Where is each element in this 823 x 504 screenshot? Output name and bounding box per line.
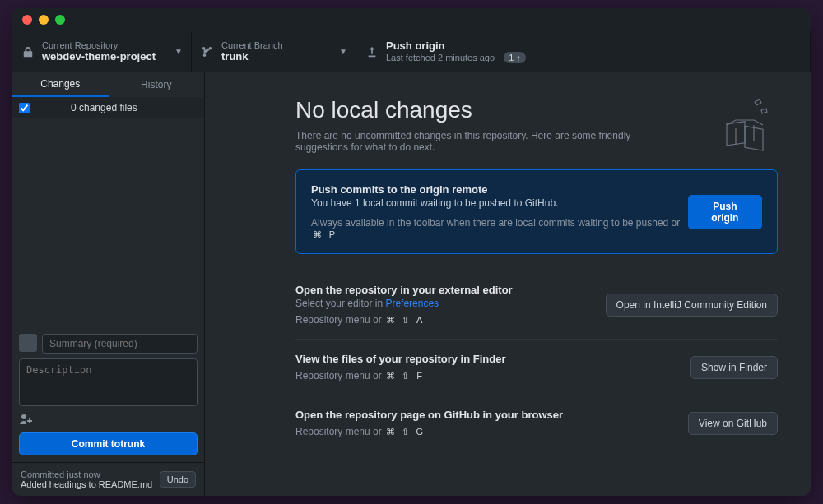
repository-switcher[interactable]: Current Repository webdev-theme-project … [12, 31, 192, 72]
push-card-desc: You have 1 local commit waiting to be pu… [311, 197, 688, 209]
preferences-link[interactable]: Preferences [385, 298, 439, 309]
push-subtitle: Last fetched 2 minutes ago 1↑ [386, 52, 526, 63]
maximize-window-button[interactable] [55, 15, 65, 25]
tab-changes[interactable]: Changes [12, 72, 109, 97]
last-commit-time: Committed just now [21, 469, 100, 479]
view-github-row: Open the repository page on GitHub in yo… [295, 395, 778, 451]
view-github-hint: Repository menu or ⌘ ⇧ G [295, 426, 563, 437]
tab-history[interactable]: History [109, 72, 205, 97]
chevron-down-icon: ▼ [339, 47, 347, 56]
undo-button[interactable]: Undo [160, 471, 196, 488]
upload-icon [366, 46, 378, 58]
push-origin-button[interactable]: Push origin [688, 195, 762, 229]
last-commit-row: Committed just now Added headings to REA… [12, 462, 204, 496]
repo-label: Current Repository [42, 40, 156, 50]
commit-summary-input[interactable] [42, 334, 198, 354]
branch-switcher[interactable]: Current Branch trunk ▼ [192, 31, 356, 72]
open-editor-desc: Select your editor in Preferences [295, 298, 513, 309]
page-subtitle: There are no uncommitted changes in this… [295, 130, 674, 153]
view-on-github-button[interactable]: View on GitHub [688, 412, 778, 435]
toolbar: Current Repository webdev-theme-project … [12, 31, 811, 72]
empty-state-illustration [720, 97, 778, 155]
branch-name: trunk [221, 50, 283, 62]
show-finder-row: View the files of your repository in Fin… [295, 340, 778, 395]
repo-name: webdev-theme-project [42, 50, 156, 62]
avatar [19, 334, 37, 352]
lock-icon [22, 46, 34, 58]
chevron-down-icon: ▼ [174, 47, 183, 56]
open-editor-row: Open the repository in your external edi… [295, 270, 778, 340]
sidebar: Changes History 0 changed files Commit t… [12, 72, 205, 496]
commit-description-input[interactable] [19, 358, 198, 406]
changed-files-bar: 0 changed files [12, 97, 204, 118]
pending-commits-badge: 1↑ [504, 52, 526, 63]
commit-button[interactable]: Commit to trunk [19, 432, 198, 455]
close-window-button[interactable] [22, 15, 32, 25]
body: Changes History 0 changed files Commit t… [12, 72, 811, 496]
open-editor-hint: Repository menu or ⌘ ⇧ A [295, 314, 513, 326]
push-title: Push origin [386, 39, 526, 52]
show-in-finder-button[interactable]: Show in Finder [690, 356, 778, 379]
open-editor-title: Open the repository in your external edi… [295, 284, 513, 296]
select-all-checkbox[interactable] [19, 103, 30, 113]
view-github-title: Open the repository page on GitHub in yo… [295, 409, 563, 421]
last-commit-message: Added headings to README.md [21, 479, 152, 489]
sidebar-tabs: Changes History [12, 72, 204, 97]
show-finder-title: View the files of your repository in Fin… [295, 353, 505, 365]
push-card: Push commits to the origin remote You ha… [295, 169, 778, 254]
changed-files-count: 0 changed files [71, 102, 137, 113]
show-finder-hint: Repository menu or ⌘ ⇧ F [295, 370, 505, 381]
file-list-empty [12, 118, 204, 327]
add-coauthor-button[interactable] [19, 411, 198, 428]
main-panel: No local changes There are no uncommitte… [205, 72, 811, 496]
open-in-editor-button[interactable]: Open in IntelliJ Community Edition [606, 294, 778, 317]
branch-icon [202, 46, 213, 58]
page-title: No local changes [295, 97, 704, 123]
push-card-hint: Always available in the toolbar when the… [311, 217, 688, 240]
push-card-title: Push commits to the origin remote [311, 183, 688, 196]
window-titlebar [12, 8, 811, 31]
branch-label: Current Branch [221, 40, 283, 50]
minimize-window-button[interactable] [39, 15, 49, 25]
push-origin-toolbar[interactable]: Push origin Last fetched 2 minutes ago 1… [356, 31, 811, 72]
commit-form: Commit to trunk [12, 327, 204, 462]
app-window: Current Repository webdev-theme-project … [12, 8, 811, 496]
